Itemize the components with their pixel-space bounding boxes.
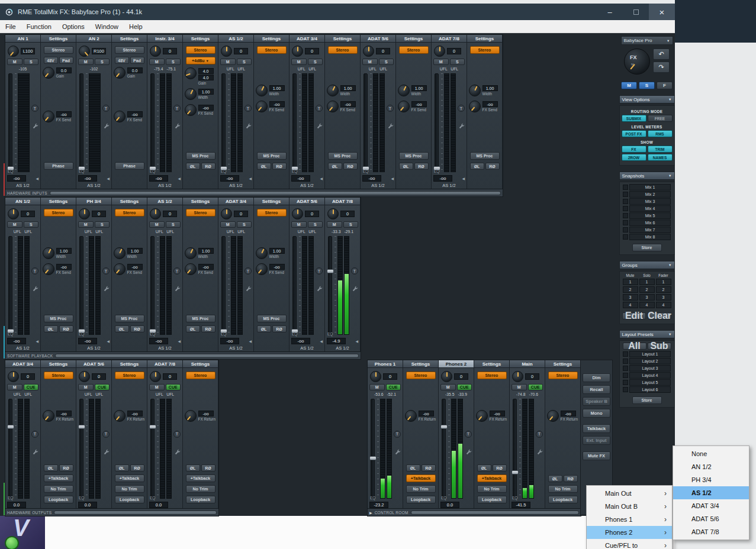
loopback-button[interactable]: Loopback xyxy=(44,496,73,503)
pan-knob[interactable] xyxy=(79,46,90,57)
snapshots-header[interactable]: Snapshots ▼ xyxy=(619,172,675,180)
fader-track[interactable] xyxy=(150,236,155,335)
menu-options[interactable]: Options xyxy=(57,20,90,33)
settings-wrench-icon[interactable] xyxy=(32,284,38,290)
output-cycle-icon[interactable]: ◀ xyxy=(462,176,465,180)
group-cell[interactable]: 2 xyxy=(623,286,638,293)
view-options-header[interactable]: View Options ▼ xyxy=(619,95,675,104)
width-knob[interactable] xyxy=(256,247,268,259)
phase-button[interactable]: Phase xyxy=(115,162,144,170)
phase-left-button[interactable]: ØL xyxy=(115,325,129,332)
stereo-button[interactable]: Stereo xyxy=(186,46,215,54)
settings-wrench-icon[interactable] xyxy=(387,121,394,128)
pan-knob[interactable] xyxy=(221,46,232,57)
phase-left-button[interactable]: ØL xyxy=(477,464,491,472)
mute-button[interactable]: M xyxy=(149,59,165,65)
settings-wrench-icon[interactable] xyxy=(316,121,323,128)
snapshot-row[interactable]: Mix 6 xyxy=(623,219,671,226)
channel-name[interactable]: ADAT 7/8 xyxy=(147,360,182,368)
loopback-button[interactable]: Loopback xyxy=(186,496,215,503)
mute-button[interactable]: M xyxy=(78,221,94,228)
channel-name[interactable]: Instr. 3/4 xyxy=(147,35,182,43)
submenu-item-adat-5-6[interactable]: ADAT 5/6 xyxy=(673,512,749,525)
fader-track[interactable] xyxy=(79,73,83,172)
layout-tab-sub[interactable]: Sub xyxy=(648,343,671,350)
4dbu-dropdown[interactable]: +4dBu▼ xyxy=(186,57,215,64)
snapshot-row[interactable]: Mix 4 xyxy=(623,205,671,212)
fx-send-knob[interactable] xyxy=(114,263,126,275)
fader-track[interactable] xyxy=(221,73,226,172)
output-assign[interactable]: AS 1/2 xyxy=(5,182,40,189)
fader-handle[interactable] xyxy=(149,425,156,429)
width-knob[interactable] xyxy=(185,88,197,100)
fader-track[interactable] xyxy=(328,236,332,335)
stereo-button[interactable]: Stereo xyxy=(477,372,507,379)
trim-button[interactable]: T xyxy=(465,431,472,438)
fader-handle[interactable] xyxy=(78,425,85,429)
ms-proc-button[interactable]: MS Proc xyxy=(399,152,429,160)
settings-wrench-icon[interactable] xyxy=(103,284,110,290)
trim-button[interactable]: T xyxy=(394,431,401,438)
settings-wrench-icon[interactable] xyxy=(458,121,465,128)
output-assign[interactable]: AS 1/2 xyxy=(76,344,111,351)
mute-button[interactable]: M xyxy=(220,59,236,65)
trim-button[interactable]: T xyxy=(102,105,110,112)
stereo-button[interactable]: Stereo xyxy=(115,46,144,54)
solo-button[interactable]: S xyxy=(308,221,323,228)
cue-button[interactable]: CUE xyxy=(24,384,39,390)
fx-send-knob[interactable] xyxy=(256,263,268,275)
output-cycle-icon[interactable]: ◀ xyxy=(107,339,110,343)
submenu-item-as-1-2[interactable]: AS 1/2 xyxy=(673,486,749,499)
mute-button[interactable]: M xyxy=(7,59,22,65)
output-assign[interactable]: AS 1/2 xyxy=(432,182,467,189)
fader-track[interactable] xyxy=(79,399,83,499)
stereo-button[interactable]: Stereo xyxy=(44,209,73,217)
fx-return-knob[interactable] xyxy=(43,410,54,422)
phase-left-button[interactable]: ØL xyxy=(406,464,420,472)
output-assign[interactable]: AS 1/2 xyxy=(147,182,182,189)
cue-button[interactable]: CUE xyxy=(386,384,401,390)
phase-left-button[interactable]: ØL xyxy=(470,163,484,170)
channel-name[interactable]: ADAT 3/4 xyxy=(5,360,40,368)
fx-send-knob[interactable] xyxy=(327,101,339,112)
settings-wrench-icon[interactable] xyxy=(352,284,358,290)
solo-button[interactable]: S xyxy=(95,59,110,65)
pan-knob[interactable] xyxy=(327,208,339,219)
channel-name[interactable]: ADAT 3/4 xyxy=(289,35,324,43)
group-cell[interactable]: 4 xyxy=(656,302,671,308)
mute-button[interactable]: M xyxy=(7,384,22,390)
mute-button[interactable]: M xyxy=(78,59,94,65)
stereo-button[interactable]: Stereo xyxy=(186,209,215,217)
fx-toggle[interactable]: FX xyxy=(622,146,646,153)
free-toggle[interactable]: FREE xyxy=(648,115,673,122)
layouts-store-button[interactable]: Store xyxy=(632,396,662,404)
phase-right-button[interactable]: RØ xyxy=(564,475,578,482)
fx-send-knob[interactable] xyxy=(43,111,54,122)
gain-knob[interactable] xyxy=(114,67,126,79)
phase-left-button[interactable]: ØL xyxy=(44,464,58,472)
fx-return-knob[interactable] xyxy=(547,410,559,422)
trim-button[interactable]: T xyxy=(31,267,38,274)
stereo-button[interactable]: Stereo xyxy=(328,46,358,54)
fader-handle[interactable] xyxy=(440,425,448,429)
pan-knob[interactable] xyxy=(8,46,19,57)
settings-wrench-icon[interactable] xyxy=(245,121,252,128)
gain-knob[interactable] xyxy=(185,67,197,79)
trim-button[interactable]: T xyxy=(173,431,181,438)
redo-button[interactable]: ↷ xyxy=(653,62,670,73)
fx-send-knob[interactable] xyxy=(256,101,268,112)
snapshot-row[interactable]: Mix 3 xyxy=(623,198,671,205)
phase-left-button[interactable]: ØL xyxy=(186,163,200,170)
trim-button[interactable]: T xyxy=(387,105,394,112)
no-trim-button[interactable]: No Trim xyxy=(186,485,215,493)
ms-proc-button[interactable]: MS Proc xyxy=(257,152,287,160)
snapshot-row[interactable]: Mix 2 xyxy=(623,191,671,198)
settings-wrench-icon[interactable] xyxy=(536,447,543,454)
trim-button[interactable]: T xyxy=(31,431,38,438)
trim-button[interactable]: T xyxy=(102,431,110,438)
channel-name[interactable]: ADAT 5/6 xyxy=(361,35,395,43)
trim-button[interactable]: T xyxy=(536,431,543,438)
fx-send-knob[interactable] xyxy=(185,104,197,116)
snapshot-row[interactable]: Mix 7 xyxy=(623,227,671,233)
pan-knob[interactable] xyxy=(292,208,303,219)
